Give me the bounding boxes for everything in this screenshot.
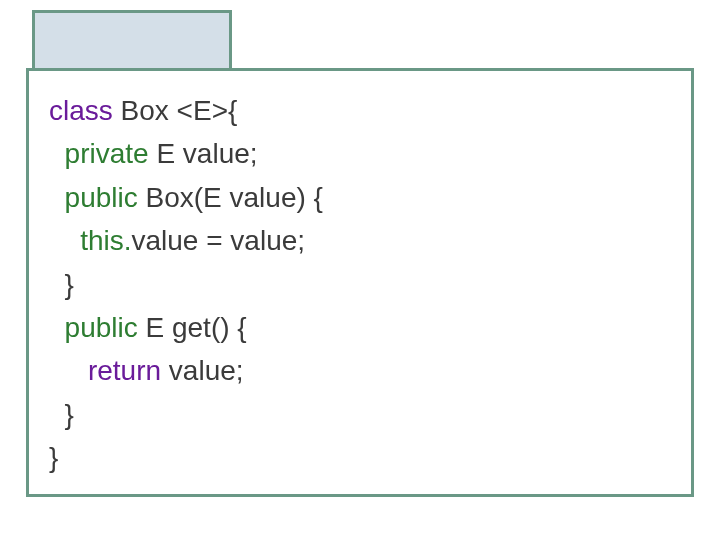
code-text: } [49, 399, 74, 430]
keyword-class: class [49, 95, 113, 126]
code-text: } [49, 442, 58, 473]
code-text: Box <E>{ [113, 95, 238, 126]
code-block: class Box <E>{ private E value; public B… [49, 89, 671, 480]
code-text: E get() { [138, 312, 247, 343]
title-bar [32, 10, 232, 72]
keyword-this: this. [80, 225, 131, 256]
code-box: class Box <E>{ private E value; public B… [26, 68, 694, 497]
code-text: } [49, 269, 74, 300]
code-text: Box(E value) { [138, 182, 323, 213]
keyword-public: public [65, 312, 138, 343]
code-text: value = value; [131, 225, 305, 256]
code-text: E value; [149, 138, 258, 169]
keyword-return: return [88, 355, 161, 386]
keyword-public: public [65, 182, 138, 213]
slide: class Box <E>{ private E value; public B… [0, 0, 720, 540]
keyword-private: private [65, 138, 149, 169]
code-text: value; [161, 355, 244, 386]
